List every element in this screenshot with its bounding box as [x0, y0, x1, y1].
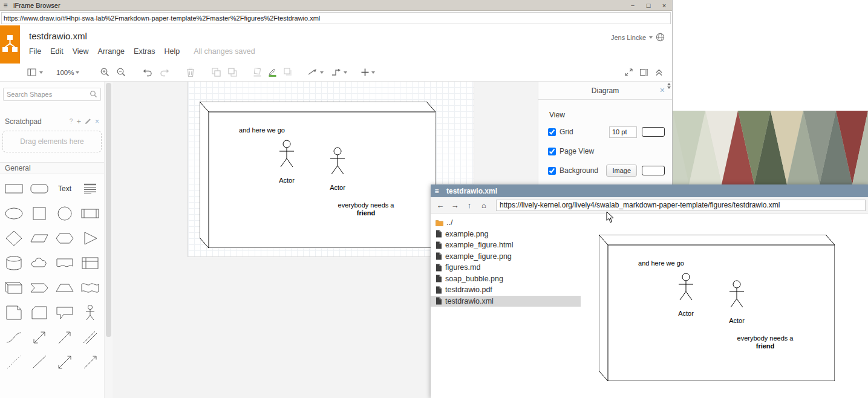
menu-arrange[interactable]: Arrange	[98, 47, 125, 56]
background-color-swatch[interactable]	[642, 166, 665, 175]
user-menu[interactable]: Jens Lincke	[611, 33, 665, 42]
zoom-out-button[interactable]	[116, 67, 126, 77]
close-icon[interactable]: ×	[95, 117, 99, 126]
menu-edit[interactable]: Edit	[50, 47, 64, 56]
shape-rounded-rectangle[interactable]	[27, 176, 52, 201]
shape-bidirectional-arrow[interactable]	[27, 325, 52, 350]
spinner-icons[interactable]	[667, 83, 671, 89]
close-icon[interactable]: ×	[656, 0, 672, 11]
hamburger-icon[interactable]: ≡	[0, 1, 11, 10]
cube-shape	[599, 235, 835, 381]
section-general[interactable]: General	[0, 162, 104, 174]
add-icon[interactable]: +	[76, 117, 81, 126]
list-item[interactable]: soap_bubble.png	[431, 273, 581, 285]
sidebar-scrollbar[interactable]	[104, 82, 113, 398]
help-icon[interactable]: ?	[70, 118, 73, 125]
undo-button[interactable]	[142, 67, 153, 77]
maximize-icon[interactable]: □	[641, 0, 656, 11]
url-input[interactable]: https://www.draw.io/#Hhpi-swa-lab%2Fmark…	[1, 12, 671, 24]
list-item[interactable]: example.png	[431, 229, 581, 240]
to-front-button[interactable]	[211, 67, 221, 77]
close-icon[interactable]: ×	[660, 85, 665, 95]
zoom-dropdown[interactable]: 100%	[56, 69, 79, 76]
page-view-button[interactable]	[27, 68, 43, 77]
shape-callout[interactable]	[52, 300, 77, 325]
insert-button[interactable]	[361, 68, 375, 77]
up-icon[interactable]: ↑	[463, 199, 475, 211]
shape-note[interactable]	[1, 300, 27, 325]
search-shapes-input[interactable]	[3, 88, 101, 101]
fullscreen-icon[interactable]	[624, 68, 633, 77]
scratchpad-dropzone[interactable]: Drag elements here	[2, 131, 102, 152]
shape-line[interactable]	[27, 350, 52, 374]
shape-trapezoid[interactable]	[52, 275, 77, 300]
shape-step[interactable]	[27, 275, 52, 300]
shape-dashed-line[interactable]	[1, 350, 27, 374]
shape-hexagon[interactable]	[52, 226, 77, 250]
shape-square[interactable]	[27, 201, 52, 226]
fill-color-button[interactable]	[252, 67, 263, 77]
forward-icon[interactable]: →	[449, 199, 461, 211]
grid-size-input[interactable]: 10 pt	[609, 126, 637, 138]
line-color-button[interactable]	[267, 67, 278, 77]
image-button[interactable]: Image	[606, 165, 637, 177]
file-window-titlebar[interactable]: ≡ testdrawio.xml	[431, 184, 868, 197]
shape-bidirectional-connector[interactable]	[52, 350, 77, 374]
menu-extras[interactable]: Extras	[134, 47, 155, 56]
list-item[interactable]: example_figure.html	[431, 240, 581, 251]
diagram[interactable]: and here we go Actor	[200, 102, 436, 248]
menu-view[interactable]: View	[73, 47, 89, 56]
shape-process[interactable]	[77, 201, 103, 226]
shape-text[interactable]: Text	[52, 176, 77, 201]
list-item-selected[interactable]: testdrawio.xml	[431, 296, 581, 307]
minimize-icon[interactable]: −	[625, 0, 641, 11]
shape-cloud[interactable]	[27, 250, 52, 275]
shape-circle[interactable]	[52, 201, 77, 226]
shape-ellipse[interactable]	[1, 201, 27, 226]
edit-pencil-icon[interactable]	[85, 118, 91, 125]
shape-cylinder[interactable]	[1, 250, 27, 275]
file-url-input[interactable]: https://lively-kernel.org/lively4/swalab…	[496, 200, 866, 211]
page-view-checkbox[interactable]	[548, 148, 556, 155]
hamburger-icon[interactable]: ≡	[431, 187, 443, 195]
shape-curve[interactable]	[1, 325, 27, 350]
shape-textbox[interactable]	[77, 176, 103, 201]
shape-directional-connector[interactable]	[77, 350, 103, 374]
waypoints-button[interactable]	[331, 68, 347, 77]
format-panel-toggle-icon[interactable]	[639, 68, 648, 77]
list-item[interactable]: figures.md	[431, 262, 581, 273]
connection-button[interactable]	[307, 68, 324, 77]
window-titlebar[interactable]: ≡ iFrame Browser − □ ×	[0, 0, 672, 11]
redo-button[interactable]	[159, 67, 170, 77]
menu-help[interactable]: Help	[165, 47, 180, 56]
scrollbar-thumb[interactable]	[106, 83, 111, 337]
globe-icon[interactable]	[656, 33, 665, 42]
shape-triangle[interactable]	[77, 226, 103, 250]
zoom-in-button[interactable]	[100, 67, 110, 77]
shape-diamond[interactable]	[1, 226, 27, 250]
shape-card[interactable]	[27, 300, 52, 325]
tab-diagram[interactable]: Diagram	[592, 86, 619, 95]
shape-link[interactable]	[77, 325, 103, 350]
delete-button[interactable]	[186, 67, 195, 77]
collapse-toolbar-icon[interactable]	[654, 68, 664, 77]
shadow-button[interactable]	[282, 67, 293, 77]
to-back-button[interactable]	[227, 67, 238, 77]
shape-internal-storage[interactable]	[77, 250, 103, 275]
list-item[interactable]: ../	[431, 217, 581, 229]
list-item[interactable]: testdrawio.pdf	[431, 284, 581, 296]
grid-checkbox[interactable]	[548, 128, 556, 136]
shape-document[interactable]	[52, 250, 77, 275]
home-icon[interactable]: ⌂	[478, 199, 490, 211]
background-checkbox[interactable]	[548, 167, 556, 175]
shape-arrow[interactable]	[52, 325, 77, 350]
shape-rectangle[interactable]	[1, 176, 27, 201]
list-item[interactable]: example_figure.png	[431, 251, 581, 263]
grid-color-swatch[interactable]	[642, 127, 665, 137]
menu-file[interactable]: File	[29, 47, 41, 56]
shape-cube[interactable]	[1, 275, 27, 300]
shape-tape[interactable]	[77, 275, 103, 300]
shape-parallelogram[interactable]	[27, 226, 52, 250]
back-icon[interactable]: ←	[434, 199, 446, 211]
shape-actor[interactable]	[77, 300, 103, 325]
